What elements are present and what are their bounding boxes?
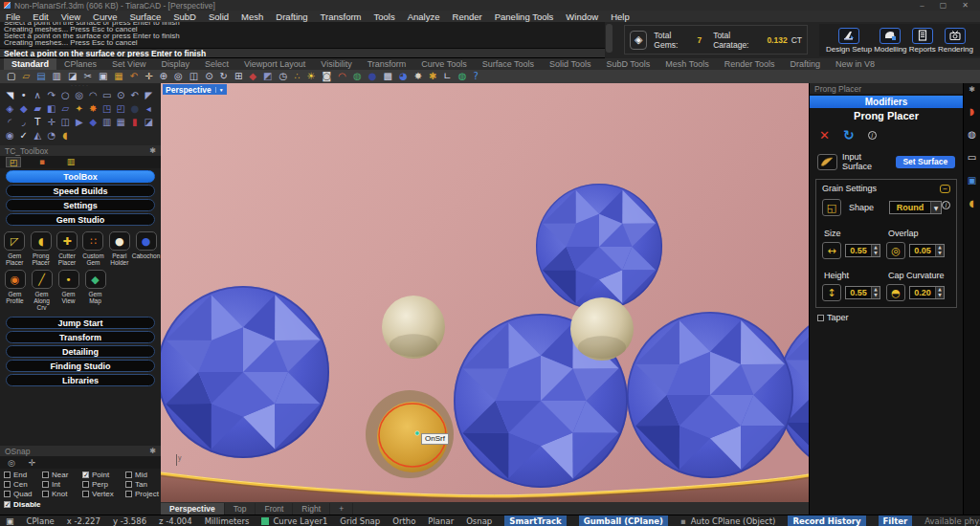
height-stepper[interactable]: 0.55 ▲▼ <box>845 286 880 299</box>
toolbar-icon[interactable]: ▱ <box>22 70 30 83</box>
viewport-tab[interactable]: Perspective <box>161 503 225 515</box>
sidebar-tool-icon[interactable]: ◰ <box>114 102 128 116</box>
sidebar-tool-icon[interactable]: ◆ <box>86 116 100 129</box>
toolbar-tab[interactable]: Drafting <box>783 58 829 70</box>
delete-icon[interactable]: ✕ <box>819 128 830 142</box>
maximize-button[interactable]: ▢ <box>940 0 947 11</box>
osnap-checkbox[interactable]: End <box>4 471 42 479</box>
size-stepper[interactable]: 0.55 ▲▼ <box>845 244 880 257</box>
sidebar-tool-icon[interactable]: ● <box>128 102 143 116</box>
spin-down-icon[interactable]: ▼ <box>872 251 880 256</box>
sidebar-tool-icon[interactable]: • <box>17 89 32 102</box>
toolbar-icon[interactable]: ▣ <box>99 70 107 83</box>
sidebar-tool-icon[interactable]: ◉ <box>3 129 17 142</box>
nav-button[interactable]: Jump Start <box>6 317 155 329</box>
spin-down-icon[interactable]: ▼ <box>936 251 944 256</box>
sidebar-tool-icon[interactable]: ▮ <box>128 116 143 129</box>
toolbar-icon[interactable]: ▥ <box>53 70 61 83</box>
viewport-tab[interactable]: + <box>330 503 353 515</box>
osnap-checkbox[interactable]: Vertex <box>82 490 125 498</box>
status-item[interactable]: Gumball (CPlane) <box>579 515 668 526</box>
sidebar-tool-icon[interactable]: ✛ <box>45 116 59 129</box>
status-item[interactable]: Curve Layer1 <box>261 516 327 526</box>
status-item[interactable]: Osnap <box>466 516 492 526</box>
sidebar-tool-icon[interactable]: ◠ <box>86 89 100 102</box>
toolbar-icon[interactable]: ◷ <box>279 70 288 83</box>
toolbar-tab[interactable]: Surface Tools <box>475 58 542 70</box>
category-button[interactable]: Speed Builds <box>6 185 155 197</box>
sidebar-tool-icon[interactable]: ⊙ <box>114 89 128 102</box>
menu-item[interactable]: Analyze <box>408 11 440 22</box>
toolbar-icon[interactable]: ∟ <box>443 70 451 83</box>
viewport-tab[interactable]: Front <box>256 503 293 515</box>
command-history-panel[interactable]: Select a point on the surface or press E… <box>0 22 605 58</box>
viewport-tab[interactable]: Right <box>293 503 330 515</box>
menu-item[interactable]: Surface <box>129 11 161 22</box>
toolbox-mini-tab[interactable]: ▥ <box>63 157 78 167</box>
set-surface-button[interactable]: Set Surface <box>896 156 955 168</box>
status-item[interactable]: Planar <box>428 516 454 526</box>
sidebar-tool-icon[interactable]: ▦ <box>114 116 128 129</box>
sidebar-tool-icon[interactable]: ◭ <box>31 129 45 142</box>
toolbar-icon[interactable]: ◙ <box>323 70 332 83</box>
osnap-checkbox[interactable]: Point <box>82 471 125 479</box>
nav-button[interactable]: Transform <box>6 331 155 343</box>
toolbar-tab[interactable]: Render Tools <box>717 58 783 70</box>
toolbar-tab[interactable]: CPlanes <box>56 58 104 70</box>
toolbar-icon[interactable]: ⊕ <box>160 70 167 83</box>
shape-dropdown[interactable]: Round ▼ <box>889 201 942 214</box>
toolbar-icon[interactable]: ↶ <box>130 70 138 83</box>
status-item[interactable]: Millimeters <box>205 516 250 526</box>
sidebar-tool-icon[interactable]: ∧ <box>31 89 45 102</box>
osnap-checkbox[interactable]: Int <box>42 480 82 489</box>
osnap-checkbox[interactable]: Quad <box>4 490 42 498</box>
sidebar-tool-icon[interactable]: ◆ <box>17 102 32 116</box>
toolbar-icon[interactable]: ▤ <box>36 70 45 83</box>
toolbar-tab[interactable]: Display <box>153 58 197 70</box>
toolbar-tab[interactable]: Set View <box>104 58 153 70</box>
menu-item[interactable]: Paneling Tools <box>495 11 554 22</box>
toolbar-icon[interactable]: ? <box>474 70 479 83</box>
osnap-checkbox[interactable]: Perp <box>82 480 125 489</box>
menu-item[interactable]: View <box>61 11 80 22</box>
menu-item[interactable]: Render <box>453 11 482 22</box>
menu-item[interactable]: Tools <box>374 11 395 22</box>
sidebar-tool-icon[interactable]: ▱ <box>58 102 73 116</box>
sidebar-tool-icon[interactable]: ▭ <box>100 89 115 102</box>
toolbar-icon[interactable]: ▩ <box>383 70 391 83</box>
sidebar-tool-icon[interactable]: ◔ <box>45 129 59 142</box>
sidebar-tool-icon[interactable]: T <box>31 116 45 129</box>
design-setup-button[interactable]: Design Setup <box>826 28 872 54</box>
menu-item[interactable]: Help <box>611 11 630 22</box>
sidebar-tool-icon[interactable]: ◖ <box>58 129 73 142</box>
category-button[interactable]: Settings <box>6 199 155 211</box>
status-item[interactable]: ▣ <box>6 516 14 526</box>
osnap-checkbox[interactable]: Project <box>125 490 165 498</box>
rendering-button[interactable]: Rendering <box>938 28 973 54</box>
sidebar-tool-icon[interactable]: ◂ <box>142 102 156 116</box>
status-item[interactable]: z -4.004 <box>159 516 192 526</box>
toolbar-tab[interactable]: Mesh Tools <box>657 58 716 70</box>
sidebar-tool-icon[interactable]: ✦ <box>73 102 87 116</box>
toolbar-icon[interactable]: ◎ <box>174 70 183 83</box>
toolbar-icon[interactable]: ⊞ <box>234 70 242 83</box>
toolbar-icon[interactable]: ✸ <box>414 70 422 83</box>
status-item[interactable]: Available physical memory: 22015 MB <box>924 516 980 526</box>
osnap-disable-checkbox[interactable]: Disable <box>4 500 157 509</box>
sidebar-tool-icon[interactable]: ▥ <box>100 116 115 129</box>
minimize-button[interactable]: – <box>920 0 924 11</box>
modelling-button[interactable]: Modelling <box>874 28 906 54</box>
status-item[interactable]: Grid Snap <box>340 516 380 526</box>
category-button[interactable]: ToolBox <box>6 170 155 183</box>
viewport-tab[interactable]: Top <box>225 503 256 515</box>
gem-tool[interactable]: ● Pearl Holder <box>108 231 131 266</box>
toolbar-icon[interactable]: ▦ <box>114 70 122 83</box>
toolbar-icon[interactable]: ◪ <box>68 70 77 83</box>
gem-tool[interactable]: ∷ Custom Gem <box>81 231 104 266</box>
gem-tool[interactable]: ◉ Gem Profile <box>3 270 27 311</box>
osnap-checkbox[interactable]: Near <box>42 471 82 479</box>
toolbar-tab[interactable]: Standard <box>4 58 56 70</box>
status-item[interactable]: Filter <box>879 515 913 526</box>
panel-tab-icon[interactable]: ◖ <box>969 198 974 208</box>
nav-button[interactable]: Libraries <box>6 374 155 386</box>
